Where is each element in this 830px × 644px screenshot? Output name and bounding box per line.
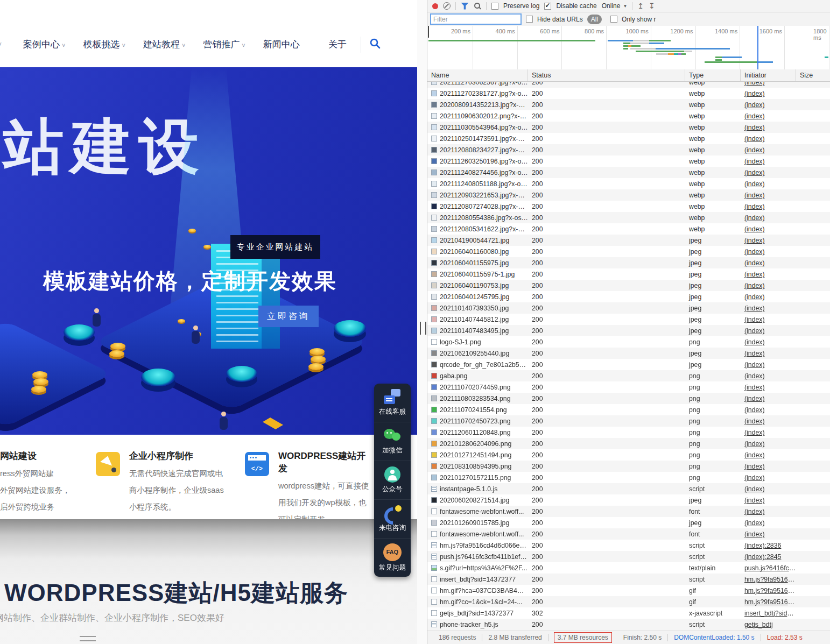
request-initiator-link[interactable]: (index) [741, 474, 796, 482]
table-row[interactable]: logo-SJ-1.png200png(index) [427, 336, 830, 348]
request-initiator-link[interactable]: (index) [741, 180, 796, 188]
request-initiator-link[interactable]: (index):2836 [741, 542, 796, 549]
request-initiator-link[interactable]: insert_bdtj?sid=... [741, 610, 796, 617]
feature-card-website[interactable]: 网站建设 ress外贸网站建外贸网站建设服务，启外贸跨境业务 [0, 435, 89, 515]
table-row[interactable]: gaba.png200png(index) [427, 370, 830, 381]
table-row[interactable]: hm.js?9fa9516cd4d6d066e72...200script(in… [427, 540, 830, 551]
table-row[interactable]: getjs_bdtj?sid=14372377302x-javascriptin… [427, 607, 830, 619]
disable-cache-label[interactable]: Disable cache [556, 2, 596, 10]
request-initiator-link[interactable]: (index) [741, 463, 796, 470]
request-initiator-link[interactable]: (index) [741, 158, 796, 165]
table-row[interactable]: 2021112408051188.jpg?x-oss...200webp(ind… [427, 178, 830, 189]
export-har-icon[interactable]: ↧ [649, 2, 655, 10]
contact-menu-item-phone[interactable]: 来电咨询 [374, 500, 411, 539]
record-icon[interactable] [432, 3, 438, 9]
table-row[interactable]: 2021112408274456.jpg?x-oss...200webp(ind… [427, 167, 830, 178]
request-initiator-link[interactable]: (index) [741, 361, 796, 369]
contact-menu-item-chat[interactable]: 在线客服 [374, 384, 411, 422]
column-header-type[interactable]: Type [685, 69, 741, 81]
filter-input[interactable] [430, 13, 522, 25]
table-row[interactable]: 2021060401155975-1.jpg200jpeg(index) [427, 268, 830, 280]
request-initiator-link[interactable]: (index) [741, 293, 796, 301]
request-initiator-link[interactable]: (index) [741, 508, 796, 515]
request-initiator-link[interactable]: (index) [741, 451, 796, 459]
request-initiator-link[interactable]: hm.js?9fa9516...:... [741, 598, 796, 606]
table-row[interactable]: 2021112702381727.jpg?x-oss...200webp(ind… [427, 88, 830, 99]
throttling-dropdown[interactable]: Online▼ [602, 2, 628, 10]
filter-funnel-icon[interactable] [461, 3, 469, 10]
request-initiator-link[interactable]: (index) [741, 82, 796, 86]
table-row[interactable]: 2021120805341622.jpg?x-oss...200webp(ind… [427, 223, 830, 235]
request-initiator-link[interactable]: (index) [741, 124, 796, 131]
drag-handle-icon[interactable] [420, 322, 426, 335]
request-initiator-link[interactable]: (index) [741, 485, 796, 493]
request-initiator-link[interactable]: (index) [741, 169, 796, 176]
table-row[interactable]: 2021120903221653.jpg?x-oss...200webp(ind… [427, 189, 830, 201]
table-row[interactable]: fontawesome-webfont.woff...200font(index… [427, 528, 830, 540]
request-initiator-link[interactable]: (index) [741, 497, 796, 504]
table-row[interactable]: 2021112603250196.jpg?x-oss...200webp(ind… [427, 155, 830, 167]
request-initiator-link[interactable]: (index) [741, 338, 796, 346]
table-row[interactable]: 2021120808234227.jpg?x-oss...200webp(ind… [427, 144, 830, 155]
request-initiator-link[interactable]: (index) [741, 519, 796, 527]
request-initiator-link[interactable]: (index) [741, 101, 796, 109]
request-initiator-link[interactable]: (index) [741, 248, 796, 256]
table-row[interactable]: hm.gif?cc=1&ck=1&cl=24-...200gifhm.js?9f… [427, 596, 830, 607]
table-row[interactable]: 2020080914352213.jpg?x-oss...200webp(ind… [427, 99, 830, 110]
table-row[interactable]: hm.gif?hca=037CD3BAB4DA...200gifhm.js?9f… [427, 585, 830, 596]
table-row[interactable]: 2021041900544721.jpg200jpeg(index) [427, 235, 830, 246]
requests-table[interactable]: 2021112703062567.jpg?x-oss...200webp(ind… [427, 82, 830, 631]
search-icon[interactable] [369, 38, 381, 52]
table-row[interactable]: 2021112703062567.jpg?x-oss...200webp(ind… [427, 82, 830, 88]
preserve-log-checkbox[interactable] [491, 3, 498, 10]
request-initiator-link[interactable]: (index) [741, 90, 796, 97]
request-initiator-link[interactable]: hm.js?9fa9516...:... [741, 587, 796, 595]
devtools-splitter[interactable] [417, 0, 427, 644]
table-row[interactable]: 2021110803283534.png200png(index) [427, 393, 830, 404]
nav-item-1[interactable]: 案例中心˅ [23, 38, 65, 51]
table-row[interactable]: insert_bdtj?sid=14372377200scripthm.js?9… [427, 574, 830, 585]
hide-data-urls-checkbox[interactable] [526, 16, 533, 23]
table-row[interactable]: fontawesome-webfont.woff...200font(index… [427, 506, 830, 517]
table-row[interactable]: instantpage-5.1.0.js200script(index) [427, 483, 830, 494]
request-initiator-link[interactable]: (index) [741, 429, 796, 436]
request-initiator-link[interactable]: (index):2845 [741, 553, 796, 561]
request-initiator-link[interactable]: (index) [741, 112, 796, 120]
nav-item-4[interactable]: 营销推广˅ [203, 38, 245, 51]
request-initiator-link[interactable]: (index) [741, 305, 796, 312]
disable-cache-checkbox[interactable] [544, 3, 551, 10]
table-row[interactable]: 2021110305543964.jpg?x-oss...200webp(ind… [427, 122, 830, 133]
request-initiator-link[interactable]: (index) [741, 440, 796, 448]
column-header-initiator[interactable]: Initiator [741, 69, 796, 81]
hide-data-urls-label[interactable]: Hide data URLs [537, 16, 583, 23]
search-icon[interactable] [474, 2, 481, 10]
table-row[interactable]: 2021120807274028.jpg?x-oss...200webp(ind… [427, 201, 830, 212]
request-initiator-link[interactable]: (index) [741, 384, 796, 391]
table-row[interactable]: s.gif?url=https%3A%2F%2F...200text/plain… [427, 562, 830, 574]
contact-menu-item-person[interactable]: 公众号 [374, 461, 411, 500]
table-row[interactable]: phone-tracker_h5.js200scriptgetjs_bdtj [427, 619, 830, 630]
nav-item-2[interactable]: 模板挑选˅ [83, 38, 125, 51]
request-initiator-link[interactable]: hm.js?9fa9516...:... [741, 576, 796, 583]
request-initiator-link[interactable]: (index) [741, 327, 796, 335]
nav-item-6[interactable]: 关于 [328, 38, 347, 51]
table-row[interactable]: 2021083108594395.png200png(index) [427, 461, 830, 472]
table-row[interactable]: 2021012712451494.png200png(index) [427, 449, 830, 461]
table-row[interactable]: 2021110702074459.png200png(index) [427, 381, 830, 393]
table-row[interactable]: 2021120601120848.png200png(index) [427, 427, 830, 438]
request-initiator-link[interactable]: (index) [741, 135, 796, 143]
feature-card-miniapp[interactable]: 企业小程序制作 无需代码快速完成官网或电商小程序制作，企业级saas小程序系统。 [96, 435, 225, 515]
table-row[interactable]: 2021101407483495.jpg200jpeg(index) [427, 325, 830, 336]
table-row[interactable]: 2021060401245795.jpg200jpeg(index) [427, 291, 830, 302]
table-row[interactable]: 2021110702450723.png200png(index) [427, 415, 830, 427]
table-row[interactable]: 2021012609015785.jpg200jpeg(index) [427, 517, 830, 528]
table-row[interactable]: 2021012806204096.png200png(index) [427, 438, 830, 449]
request-initiator-link[interactable]: (index) [741, 530, 796, 538]
request-initiator-link[interactable]: push.js?6416fc3... [741, 564, 796, 572]
table-row[interactable]: 2021101407445812.jpg200jpeg(index) [427, 314, 830, 325]
nav-item-3[interactable]: 建站教程˅ [143, 38, 185, 51]
table-row[interactable]: 2021060401160080.jpg200jpeg(index) [427, 246, 830, 257]
contact-menu-item-wechat[interactable]: 加微信 [374, 422, 411, 461]
request-initiator-link[interactable]: (index) [741, 203, 796, 210]
network-overview-timeline[interactable]: 200 ms400 ms600 ms800 ms1000 ms1200 ms14… [427, 26, 830, 70]
